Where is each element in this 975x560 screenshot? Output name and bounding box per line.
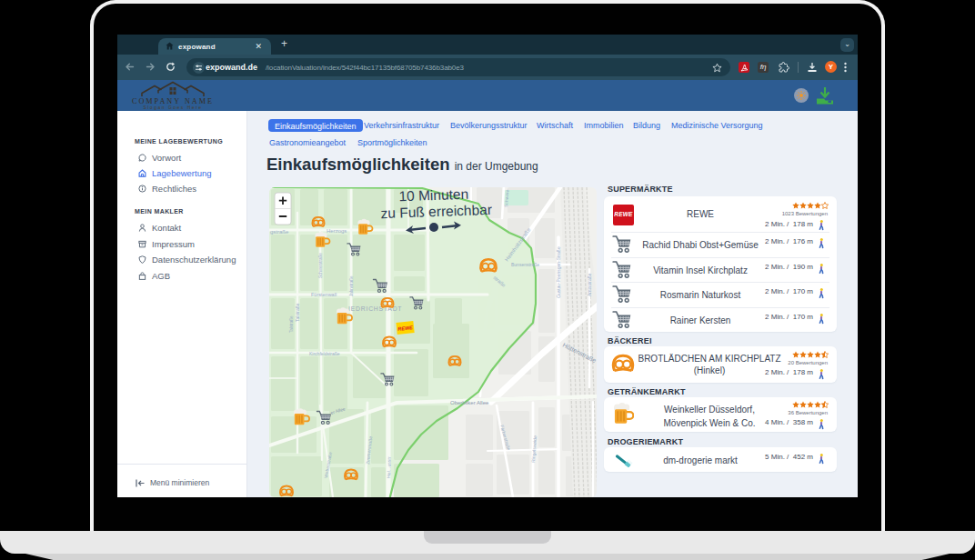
svg-text:Fürstenwall: Fürstenwall	[311, 292, 337, 297]
svg-text:Gustav-Poensgen-Straße: Gustav-Poensgen-Straße	[556, 246, 561, 298]
svg-text:Aminstraße: Aminstraße	[587, 273, 592, 296]
svg-text:Talstraße: Talstraße	[289, 315, 294, 333]
svg-text:Bunsenstraße: Bunsenstraße	[511, 262, 539, 267]
svg-text:Schwerstraße: Schwerstraße	[318, 253, 323, 278]
svg-text:Kirchfeldstraße: Kirchfeldstraße	[309, 351, 340, 356]
svg-text:IEDRICHSTADT: IEDRICHSTADT	[348, 305, 402, 312]
svg-text:10 Minuten: 10 Minuten	[398, 187, 468, 204]
svg-text:Jahnstraße: Jahnstraße	[349, 275, 354, 296]
svg-text:Herzogs: Herzogs	[327, 228, 347, 234]
svg-text:Oberbilker Allee: Oberbilker Allee	[450, 400, 489, 405]
svg-text:Slogan Goes Here: Slogan Goes Here	[143, 105, 202, 110]
svg-text:gstraße: gstraße	[270, 229, 289, 235]
svg-text:Talstraße: Talstraße	[295, 303, 300, 322]
svg-text:Hel…usstr: Hel…usstr	[386, 456, 392, 478]
